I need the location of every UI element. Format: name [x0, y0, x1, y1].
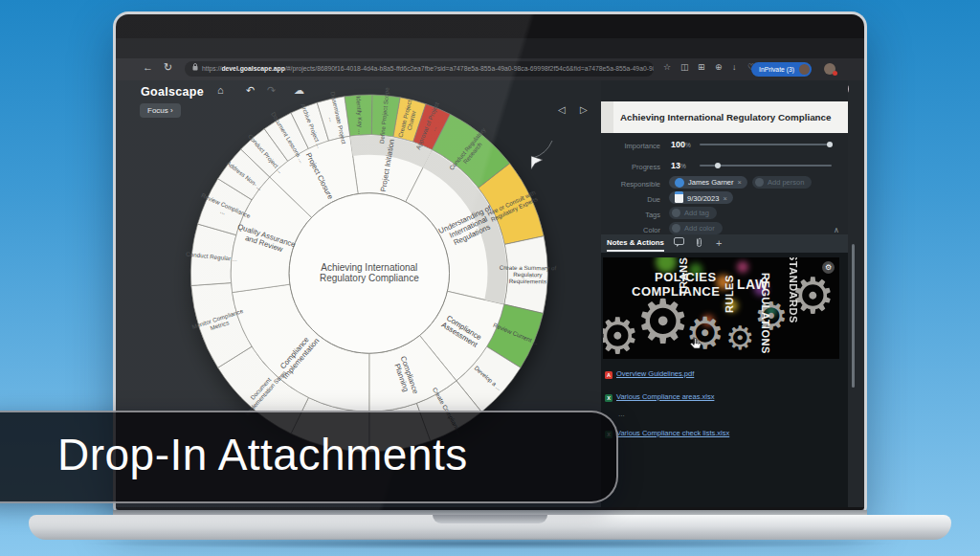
color-swatch-icon: [672, 224, 680, 233]
attachment-link[interactable]: XVarious Compliance check lists.xlsx: [605, 429, 729, 438]
tags-label: Tags: [601, 211, 660, 219]
paperclip-icon[interactable]: [695, 237, 703, 250]
responsible-name: James Garner: [688, 178, 734, 187]
comments-icon[interactable]: [674, 237, 684, 249]
notification-dot: [833, 71, 837, 76]
add-tag-field[interactable]: Add tag: [669, 207, 717, 219]
tag-icon: [672, 209, 680, 217]
attachment-image[interactable]: ⚙ ⚙ ⚙ ⚙ ⚙ ⚙ POLICIES COMPLIANCE TRANSPAR…: [603, 257, 839, 359]
importance-value: 100%: [671, 140, 691, 149]
image-word: RULES: [724, 275, 735, 313]
sync-profile-icon[interactable]: [824, 63, 835, 75]
pdf-file-icon: A: [605, 371, 612, 379]
scene: Achieving International Regul... × + ← ↻…: [0, 0, 980, 556]
goal-title-card[interactable]: Achieving International Regulatory Compl…: [601, 101, 848, 133]
importance-slider-knob[interactable]: [827, 142, 833, 147]
add-tag-placeholder: Add tag: [684, 209, 709, 217]
add-note-icon[interactable]: +: [716, 237, 722, 249]
add-color-field[interactable]: Add color: [669, 222, 723, 234]
due-date: 9/30/2023: [687, 194, 719, 203]
caption-box: Drop-In Attachments: [0, 411, 618, 503]
remove-due-icon[interactable]: ×: [723, 194, 726, 203]
responsible-chip[interactable]: James Garner×: [669, 176, 747, 189]
downloads-icon[interactable]: ↓: [732, 62, 737, 72]
importance-slider[interactable]: [700, 144, 832, 145]
image-word: REGULATIONS: [760, 273, 771, 354]
due-chip[interactable]: 9/30/2023×: [669, 191, 733, 204]
goal-title: Achieving International Regulatory Compl…: [620, 101, 842, 133]
add-person-avatar-icon: [755, 178, 764, 187]
cursor-pointer-icon: [518, 137, 556, 171]
notes-actions-bar: Notes & Actions +: [601, 234, 848, 253]
importance-label: Importance: [601, 142, 660, 150]
goal-color-strip: [601, 101, 613, 133]
image-word: COMPLIANCE: [632, 284, 720, 299]
remove-person-icon[interactable]: ×: [738, 178, 742, 187]
add-person-field[interactable]: Add person: [752, 176, 812, 189]
collapse-panel-icon[interactable]: ∧: [834, 226, 839, 234]
gear-icon: ⚙: [603, 307, 640, 359]
image-word: TRANSPARENCY: [678, 257, 689, 296]
sunburst-center-label: Achieving InternationalRegulatory Compli…: [320, 262, 419, 283]
responsible-label: Responsible: [601, 180, 660, 189]
due-label: Due: [601, 195, 660, 204]
laptop-base-notch: [433, 515, 547, 523]
laptop-shadow: [77, 538, 903, 549]
add-color-placeholder: Add color: [684, 224, 715, 233]
tab-notes-actions[interactable]: Notes & Actions: [607, 238, 664, 252]
image-word: STANDARDS: [788, 257, 799, 323]
panel-scrollbar[interactable]: [852, 244, 855, 388]
caption-text: Drop-In Attachments: [57, 412, 468, 498]
inprivate-label: InPrivate (3): [759, 66, 794, 73]
profile-avatar-icon: [799, 64, 810, 75]
attachment-link[interactable]: AOverview Guidelines.pdf: [605, 369, 694, 379]
calendar-icon: [675, 191, 683, 203]
inprivate-badge[interactable]: InPrivate (3): [751, 62, 812, 77]
detail-panel: Achieving International Regulatory Compl…: [601, 80, 848, 507]
progress-value: 13%: [671, 161, 686, 170]
add-person-placeholder: Add person: [768, 178, 804, 187]
color-label: Color: [601, 226, 660, 234]
attachment-link[interactable]: XVarious Compliance areas.xlsx: [605, 392, 714, 402]
more-attachments[interactable]: ...: [618, 410, 625, 418]
notes-content: ⚙ ⚙ ⚙ ⚙ ⚙ ⚙ POLICIES COMPLIANCE TRANSPAR…: [601, 253, 848, 507]
progress-label: Progress: [601, 163, 660, 171]
xlsx-file-icon: X: [605, 394, 612, 402]
gear-icon: ⚙: [725, 319, 754, 357]
image-settings-icon[interactable]: ⚙: [822, 261, 835, 274]
progress-slider[interactable]: [700, 165, 832, 167]
progress-slider-knob[interactable]: [715, 163, 721, 168]
hand-cursor-icon: [689, 336, 702, 353]
person-avatar-icon: [675, 178, 684, 188]
